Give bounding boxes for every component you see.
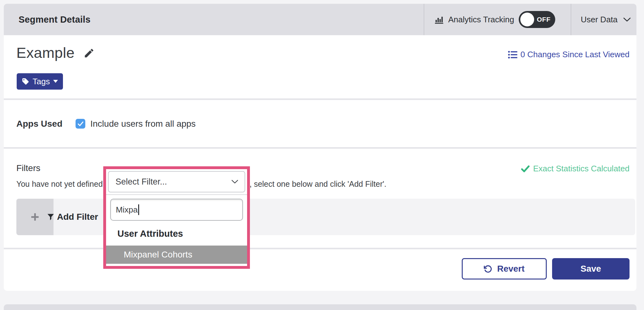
toggle-knob: [520, 13, 534, 26]
filter-option-mixpanel-cohorts[interactable]: Mixpanel Cohorts: [106, 246, 247, 264]
segment-title-row: Example: [16, 44, 95, 61]
exact-statistics-label: Exact Statistics Calculated: [533, 164, 630, 174]
page-title: Segment Details: [19, 4, 91, 35]
tags-button[interactable]: Tags: [17, 73, 63, 90]
include-all-apps-checkbox[interactable]: [76, 119, 85, 129]
tag-icon: [22, 78, 29, 85]
header-divider: [571, 4, 571, 35]
undo-icon: [484, 265, 492, 273]
save-button[interactable]: Save: [552, 258, 630, 280]
checkbox-check-icon: [77, 120, 84, 127]
section-divider: [4, 248, 636, 249]
user-data-label: User Data: [581, 15, 618, 25]
segment-details-card: Example 0 Changes Since Last Viewed: [4, 35, 636, 291]
chevron-down-icon: [231, 180, 238, 184]
user-data-dropdown[interactable]: User Data: [581, 4, 631, 35]
chevron-down-icon: [623, 17, 631, 22]
filter-select-panel: Mixpa User Attributes Mixpanel Cohorts: [106, 194, 247, 264]
segment-name: Example: [16, 44, 75, 61]
segment-details-screen: Segment Details Analytics Tracking OFF U…: [0, 0, 644, 310]
next-section-header-peek: [4, 304, 636, 310]
section-divider: [4, 147, 636, 149]
filter-search-input[interactable]: Mixpa: [110, 199, 243, 221]
exact-statistics-status: Exact Statistics Calculated: [521, 164, 630, 174]
apps-used-label: Apps Used: [16, 119, 62, 129]
filter-select[interactable]: Select Filter...: [108, 171, 245, 192]
revert-button-label: Revert: [497, 264, 524, 274]
text-cursor: [138, 204, 139, 215]
changes-link-label: 0 Changes Since Last Viewed: [521, 50, 630, 59]
header-divider: [424, 4, 424, 35]
pencil-icon[interactable]: [83, 47, 95, 59]
tags-button-label: Tags: [33, 77, 50, 86]
plus-icon: [31, 213, 39, 221]
caret-down-icon: [53, 80, 58, 83]
changes-since-last-viewed-link[interactable]: 0 Changes Since Last Viewed: [508, 50, 630, 59]
revert-button[interactable]: Revert: [462, 258, 547, 280]
filter-icon: [47, 213, 54, 221]
analytics-tracking-label: Analytics Tracking: [448, 15, 514, 25]
check-icon: [521, 165, 530, 173]
include-all-apps-label: Include users from all apps: [90, 119, 196, 129]
analytics-tracking-toggle[interactable]: OFF: [519, 11, 555, 28]
filter-select-value: Select Filter...: [116, 177, 167, 187]
add-filter-button-label: Add Filter: [57, 212, 98, 222]
analytics-tracking-control: Analytics Tracking OFF: [434, 4, 555, 35]
section-divider: [4, 98, 636, 100]
page-header: Segment Details Analytics Tracking OFF U…: [4, 4, 636, 35]
toggle-state-label: OFF: [537, 11, 551, 28]
bar-chart-icon: [434, 15, 444, 24]
highlight-box: Select Filter... Mixpa User Attributes M…: [103, 166, 250, 269]
list-icon: [508, 51, 517, 59]
save-button-label: Save: [580, 264, 601, 274]
filter-search-value: Mixpa: [116, 205, 138, 215]
add-filter-button[interactable]: Add Filter: [47, 199, 98, 235]
filters-heading: Filters: [16, 163, 40, 173]
option-group-header: User Attributes: [117, 229, 247, 239]
